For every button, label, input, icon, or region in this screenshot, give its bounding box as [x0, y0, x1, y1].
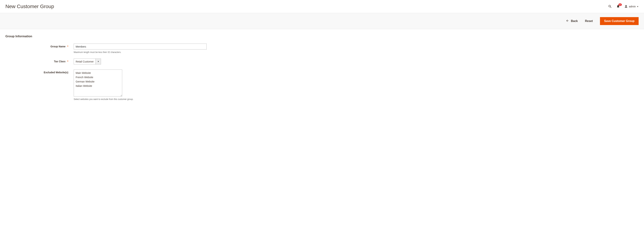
- excluded-websites-helper: Select websites you want to exclude from…: [74, 98, 133, 100]
- notifications-button[interactable]: 6: [616, 5, 620, 9]
- save-customer-group-button[interactable]: Save Customer Group: [600, 17, 638, 25]
- reset-button[interactable]: Reset: [585, 20, 593, 23]
- tax-class-value: Retail Customer: [74, 59, 96, 64]
- form-row-excluded-websites: Excluded Website(s) Main Website French …: [6, 69, 638, 100]
- form-row-group-name: Group Name * Maximum length must be less…: [6, 44, 638, 54]
- list-item[interactable]: Italian Website: [74, 84, 122, 88]
- arrow-left-icon: [566, 19, 569, 23]
- tax-class-select[interactable]: Retail Customer ▼: [74, 59, 101, 64]
- page-title: New Customer Group: [6, 4, 54, 9]
- excluded-websites-multiselect[interactable]: Main Website French Website German Websi…: [74, 69, 122, 96]
- section-title: Group Information: [6, 35, 638, 38]
- tax-class-label: Tax Class *: [6, 59, 74, 63]
- user-name-label: admin: [629, 5, 636, 8]
- header-actions: 6 admin ▼: [608, 5, 638, 9]
- back-button[interactable]: Back: [566, 19, 578, 23]
- form-row-tax-class: Tax Class * Retail Customer ▼: [6, 59, 638, 64]
- list-item[interactable]: French Website: [74, 75, 122, 79]
- user-icon: [624, 5, 628, 9]
- excluded-websites-label: Excluded Website(s): [6, 69, 74, 74]
- action-toolbar: Back Reset Save Customer Group: [0, 13, 644, 29]
- group-name-helper: Maximum length must be less then 32 char…: [74, 51, 207, 54]
- page-header: New Customer Group 6 admin ▼: [0, 0, 644, 13]
- list-item[interactable]: German Website: [74, 79, 122, 84]
- content-area: Group Information Group Name * Maximum l…: [0, 29, 644, 111]
- required-asterisk: *: [68, 60, 68, 63]
- chevron-down-icon: ▼: [637, 6, 638, 8]
- back-label: Back: [571, 20, 578, 23]
- list-item[interactable]: Main Website: [74, 71, 122, 75]
- group-name-input[interactable]: [74, 44, 207, 50]
- search-icon[interactable]: [608, 5, 612, 9]
- required-asterisk: *: [68, 45, 68, 48]
- notification-badge: 6: [618, 4, 622, 6]
- chevron-down-icon: ▼: [96, 59, 101, 64]
- group-name-label: Group Name *: [6, 44, 74, 48]
- user-menu[interactable]: admin ▼: [624, 5, 638, 9]
